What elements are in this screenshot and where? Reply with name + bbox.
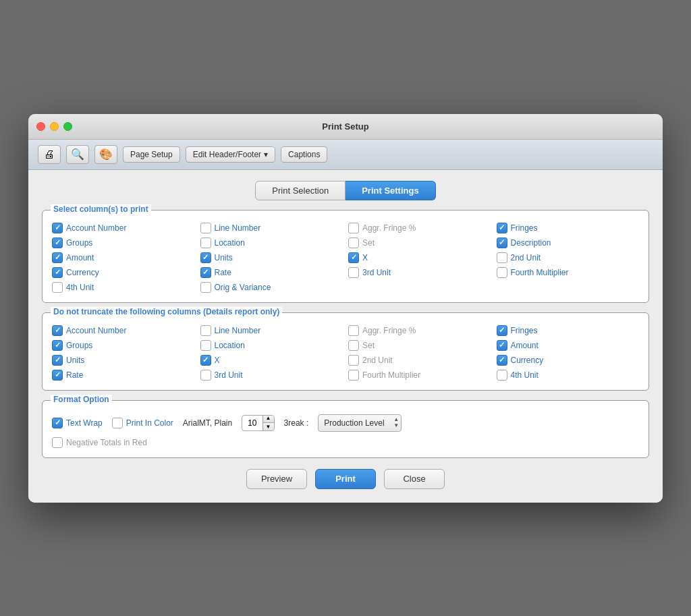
aggr-fringe-checkbox[interactable]: [348, 223, 359, 233]
list-item: Fourth Multiplier: [348, 370, 491, 381]
list-item: Location: [200, 237, 343, 248]
font-size-stepper: ▲ ▼: [263, 415, 274, 431]
amount-checkbox[interactable]: [52, 252, 63, 263]
footer-buttons: Preview Print Close: [42, 469, 649, 489]
fringes-checkbox[interactable]: [497, 223, 507, 233]
currency-checkbox[interactable]: [52, 267, 63, 278]
set2-checkbox[interactable]: [348, 340, 359, 351]
format-option-title: Format Option: [51, 395, 112, 404]
rate2-checkbox[interactable]: [52, 370, 63, 381]
list-item: Account Number: [52, 325, 195, 336]
tab-print-selection[interactable]: Print Selection: [255, 181, 346, 200]
units2-checkbox[interactable]: [52, 355, 63, 366]
units-label: Units: [215, 253, 233, 262]
format-option-section: Format Option Text Wrap Print In Color A…: [42, 400, 649, 458]
close-button[interactable]: [36, 122, 45, 131]
x-label: X: [362, 253, 368, 262]
edit-header-footer-button[interactable]: Edit Header/Footer ▾: [186, 146, 275, 163]
set-label: Set: [362, 238, 375, 248]
4th-unit2-label: 4th Unit: [511, 370, 538, 380]
3rd-unit2-checkbox[interactable]: [200, 370, 211, 381]
color-toolbar-icon[interactable]: 🎨: [94, 145, 117, 164]
print-toolbar-icon[interactable]: 🖨: [38, 145, 61, 164]
acct-num-label: Account Number: [66, 223, 126, 233]
fourth-mult2-checkbox[interactable]: [348, 370, 359, 381]
4th-unit-checkbox[interactable]: [52, 282, 63, 293]
select-columns-title: Select column(s) to print: [51, 204, 151, 214]
maximize-button[interactable]: [63, 122, 72, 131]
toolbar: 🖨 🔍 🎨 Page Setup Edit Header/Footer ▾ Ca…: [28, 140, 663, 170]
list-item: 4th Unit: [497, 370, 640, 381]
groups-checkbox[interactable]: [52, 237, 63, 248]
set-checkbox[interactable]: [348, 237, 359, 248]
currency2-checkbox[interactable]: [497, 355, 507, 366]
minimize-button[interactable]: [50, 122, 59, 131]
preview-button[interactable]: Preview: [246, 469, 307, 489]
content-area: Print Selection Print Settings Select co…: [28, 170, 663, 503]
line-num2-checkbox[interactable]: [200, 325, 211, 336]
negative-totals-row: Negative Totals in Red: [52, 437, 639, 448]
list-item: 3rd Unit: [348, 267, 491, 278]
aggr-fringe2-checkbox[interactable]: [348, 325, 359, 336]
tab-print-settings[interactable]: Print Settings: [346, 181, 436, 200]
break-label: 3reak :: [284, 418, 309, 428]
production-level-wrapper: Production Level ▲ ▼: [318, 414, 402, 432]
aggr-fringe-label: Aggr. Fringe %: [362, 223, 416, 233]
amount2-checkbox[interactable]: [497, 340, 507, 351]
line-num-checkbox[interactable]: [200, 223, 211, 233]
list-item: Set: [348, 237, 491, 248]
font-size-up-button[interactable]: ▲: [263, 415, 274, 423]
production-level-select[interactable]: Production Level: [318, 414, 402, 432]
preview-toolbar-icon[interactable]: 🔍: [66, 145, 89, 164]
rate-checkbox[interactable]: [200, 267, 211, 278]
acct-num2-checkbox[interactable]: [52, 325, 63, 336]
location-checkbox[interactable]: [200, 237, 211, 248]
font-size-value: 10: [242, 415, 262, 431]
description-checkbox[interactable]: [497, 237, 507, 248]
text-wrap-item: Text Wrap: [52, 418, 103, 428]
2nd-unit-checkbox[interactable]: [497, 252, 507, 263]
fourth-mult-checkbox[interactable]: [497, 267, 507, 278]
location2-label: Location: [215, 341, 245, 350]
font-size-down-button[interactable]: ▼: [263, 423, 274, 431]
print-button[interactable]: Print: [315, 469, 376, 489]
negative-totals-label: Negative Totals in Red: [66, 438, 147, 447]
list-item: X: [348, 252, 491, 263]
captions-button[interactable]: Captions: [281, 146, 327, 163]
location2-checkbox[interactable]: [200, 340, 211, 351]
page-setup-button[interactable]: Page Setup: [123, 146, 180, 163]
x2-checkbox[interactable]: [200, 355, 211, 366]
list-item: X: [200, 355, 343, 366]
3rd-unit-checkbox[interactable]: [348, 267, 359, 278]
units-checkbox[interactable]: [200, 252, 211, 263]
font-size-control: 10 ▲ ▼: [242, 415, 274, 431]
fringes2-checkbox[interactable]: [497, 325, 507, 336]
2nd-unit2-checkbox[interactable]: [348, 355, 359, 366]
3rd-unit2-label: 3rd Unit: [215, 370, 243, 380]
rate-label: Rate: [215, 268, 231, 277]
4th-unit-label: 4th Unit: [66, 283, 94, 292]
print-setup-window: Print Setup 🖨 🔍 🎨 Page Setup Edit Header…: [28, 114, 663, 503]
font-display: ArialMT, Plain: [183, 418, 232, 428]
list-item: 2nd Unit: [348, 355, 491, 366]
acct-num-checkbox[interactable]: [52, 223, 63, 233]
groups-label: Groups: [66, 238, 92, 248]
list-item: Set: [348, 340, 491, 351]
negative-totals-checkbox[interactable]: [52, 437, 63, 448]
no-truncate-section: Do not truncate the following columns (D…: [42, 312, 649, 391]
4th-unit2-checkbox[interactable]: [497, 370, 507, 381]
list-item: Units: [52, 355, 195, 366]
text-wrap-checkbox[interactable]: [52, 418, 63, 428]
list-item: Currency: [52, 267, 195, 278]
close-button[interactable]: Close: [384, 469, 445, 489]
list-item: Amount: [497, 340, 640, 351]
description-label: Description: [511, 238, 551, 248]
print-color-checkbox[interactable]: [112, 418, 123, 428]
x-checkbox[interactable]: [348, 252, 359, 263]
groups2-label: Groups: [66, 341, 92, 350]
orig-var-checkbox[interactable]: [200, 282, 211, 293]
traffic-lights: [36, 122, 72, 131]
fourth-mult2-label: Fourth Multiplier: [362, 370, 420, 380]
title-bar: Print Setup: [28, 114, 663, 140]
groups2-checkbox[interactable]: [52, 340, 63, 351]
